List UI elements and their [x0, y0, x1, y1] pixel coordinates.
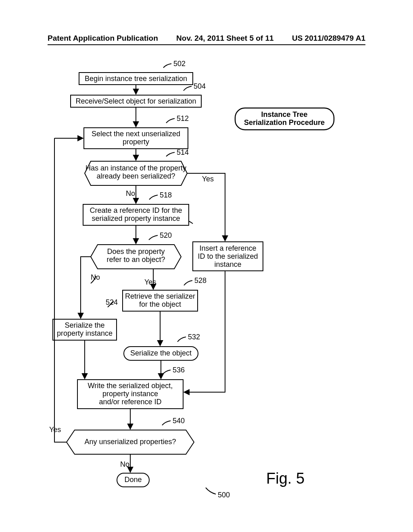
svg-text:504: 504 [194, 82, 206, 90]
svg-text:Any unserialized properties?: Any unserialized properties? [84, 438, 176, 446]
node-504: Receive/Select object for serialization … [71, 82, 206, 107]
figure-caption: Fig. 5 [266, 470, 305, 487]
svg-text:refer to an object?: refer to an object? [106, 256, 165, 264]
svg-text:property instance: property instance [102, 390, 158, 398]
svg-text:Yes: Yes [49, 426, 61, 434]
svg-text:532: 532 [188, 333, 200, 341]
svg-text:No: No [120, 460, 129, 468]
node-done: Done [117, 473, 149, 487]
svg-text:Create a reference ID for the: Create a reference ID for the [90, 206, 182, 214]
svg-text:500: 500 [218, 491, 230, 499]
svg-text:and/or reference ID: and/or reference ID [99, 398, 161, 406]
svg-text:for the object: for the object [139, 300, 181, 308]
svg-text:Instance Tree: Instance Tree [261, 110, 307, 118]
svg-text:Write the serialized object,: Write the serialized object, [88, 382, 173, 390]
svg-text:Done: Done [124, 476, 142, 484]
node-512: Select the next unserialized property 51… [84, 114, 189, 149]
svg-text:536: 536 [173, 366, 185, 374]
svg-text:Has an instance of the propert: Has an instance of the property [86, 164, 186, 172]
svg-text:524: 524 [106, 298, 118, 306]
svg-text:540: 540 [173, 417, 185, 425]
svg-text:Receive/Select object for seri: Receive/Select object for serialization [75, 97, 196, 105]
node-536: Write the serialized object, property in… [77, 366, 185, 409]
flowchart: Begin instance tree serialization 502 Re… [0, 0, 413, 532]
svg-text:Serialize the object: Serialize the object [130, 349, 192, 357]
node-514: Has an instance of the property already … [85, 148, 189, 185]
svg-text:520: 520 [160, 231, 172, 239]
svg-text:502: 502 [173, 60, 186, 68]
svg-text:instance: instance [214, 260, 241, 268]
node-532: Serialize the object 532 [124, 333, 200, 360]
title-bubble: Instance Tree Serialization Procedure [235, 108, 334, 130]
svg-text:property: property [123, 138, 149, 146]
svg-text:serialized property instance: serialized property instance [92, 214, 180, 222]
svg-text:Does the property: Does the property [107, 247, 165, 256]
node-528: Retrieve the serializer for the object 5… [123, 276, 206, 311]
svg-text:518: 518 [160, 191, 172, 199]
svg-text:Serialization Procedure: Serialization Procedure [244, 118, 325, 127]
svg-text:512: 512 [177, 114, 189, 123]
svg-text:Retrieve the serializer: Retrieve the serializer [125, 292, 195, 300]
svg-text:Serialize the: Serialize the [65, 321, 104, 329]
svg-text:528: 528 [194, 276, 206, 285]
svg-text:Select the next unserialized: Select the next unserialized [92, 130, 180, 138]
svg-text:already been serialized?: already been serialized? [96, 172, 175, 180]
svg-text:ID to the serialized: ID to the serialized [198, 252, 258, 260]
svg-text:Insert a reference: Insert a reference [199, 244, 256, 252]
svg-text:Begin instance tree serializat: Begin instance tree serialization [85, 75, 187, 83]
node-524: Serialize the property instance 524 [53, 298, 118, 340]
svg-text:514: 514 [177, 148, 189, 156]
ref-500: 500 [206, 488, 230, 499]
svg-text:No: No [126, 189, 135, 197]
svg-text:property instance: property instance [57, 329, 113, 337]
svg-text:Yes: Yes [144, 278, 156, 286]
node-502: Begin instance tree serialization 502 [79, 60, 193, 85]
svg-text:Yes: Yes [202, 175, 214, 183]
